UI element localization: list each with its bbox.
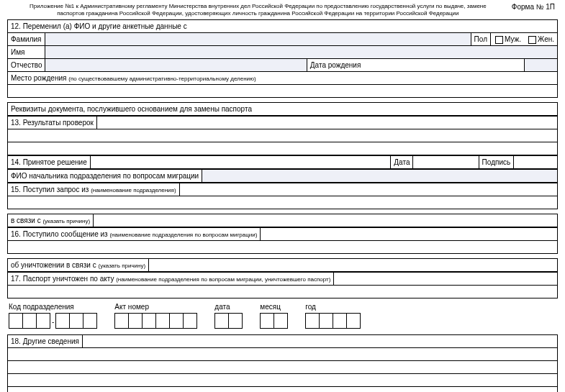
date-boxes[interactable]	[214, 313, 243, 329]
s13-title: 13. Результаты проверок	[8, 117, 97, 129]
section-18: 18. Другие сведения	[7, 334, 558, 392]
sex-female[interactable]: Жен.	[524, 33, 557, 46]
dept-code-group: Код подразделения -	[9, 303, 97, 329]
dob-label: Дата рождения	[307, 59, 524, 72]
section-15: 15. Поступил запрос из (наименование под…	[7, 183, 558, 209]
page-header: Приложение №1 к Административному реглам…	[7, 3, 558, 17]
month-label: месяц	[260, 303, 288, 311]
s18-extra4[interactable]	[8, 387, 558, 392]
s15-reason-label: в связи с (указать причину)	[8, 214, 94, 227]
section-17: 17. Паспорт уничтожен по акту (наименова…	[7, 272, 558, 298]
s15-field[interactable]	[179, 183, 557, 196]
birthplace-row[interactable]: Место рождения (по существовавшему админ…	[8, 72, 558, 85]
birthplace-extra[interactable]	[8, 85, 558, 98]
section-16: 16. Поступило сообщение из (наименование…	[7, 227, 558, 254]
s14-chief-label: ФИО начальника подразделения по вопросам…	[8, 170, 202, 183]
dept-code-label: Код подразделения	[9, 303, 97, 311]
s18-extra2[interactable]	[8, 361, 558, 374]
s16-destroy-field[interactable]	[149, 259, 558, 272]
dept-code-boxes-b[interactable]	[55, 313, 97, 329]
name-field[interactable]	[45, 46, 558, 59]
s16-field[interactable]	[261, 228, 558, 241]
s17-field[interactable]	[334, 273, 558, 286]
patronymic-field[interactable]	[45, 59, 307, 72]
sex-male[interactable]: Муж.	[490, 33, 524, 46]
s15-extra[interactable]	[8, 196, 558, 209]
act-number-group: Акт номер	[114, 303, 197, 329]
s14-date-field[interactable]	[413, 156, 479, 169]
s18-extra3[interactable]	[8, 374, 558, 387]
doc-req-label[interactable]: Реквизиты документа, послужившего основа…	[8, 103, 558, 116]
s18-title: 18. Другие сведения	[8, 335, 83, 348]
date-label: дата	[214, 303, 243, 311]
s12-title: 12. Переменил (а) ФИО и другие анкетные …	[8, 20, 558, 33]
s14-decision-field[interactable]	[90, 156, 391, 169]
dept-code-boxes-a[interactable]	[9, 313, 50, 329]
s14-sign-label: Подпись	[479, 156, 514, 169]
year-label: год	[305, 303, 361, 311]
s13-extra1[interactable]	[8, 129, 558, 142]
sex-label: Пол	[471, 33, 490, 46]
s16-destroy-label: об уничтожении в связи с (указать причин…	[8, 259, 149, 272]
section-14-chief: ФИО начальника подразделения по вопросам…	[7, 169, 558, 183]
surname-field[interactable]	[45, 33, 471, 46]
birthplace-label: Место рождения	[11, 74, 66, 82]
name-label: Имя	[8, 46, 45, 59]
s15-title: 15. Поступил запрос из (наименование под…	[8, 183, 180, 196]
code-boxes-row: Код подразделения - Акт номер дата месяц…	[7, 303, 558, 329]
month-boxes[interactable]	[260, 313, 288, 329]
act-number-boxes[interactable]	[114, 313, 197, 329]
doc-requisites: Реквизиты документа, послужившего основа…	[7, 102, 558, 116]
header-regulation-text: Приложение №1 к Административному реглам…	[10, 3, 506, 17]
month-group: месяц	[260, 303, 288, 329]
s15-reason-field[interactable]	[94, 214, 558, 227]
year-boxes[interactable]	[305, 313, 361, 329]
s14-date-label: Дата	[391, 156, 413, 169]
patronymic-label: Отчество	[8, 59, 45, 72]
date-group: дата	[214, 303, 243, 329]
surname-label: Фамилия	[8, 33, 45, 46]
s13-field[interactable]	[96, 117, 557, 129]
section-15-reason: в связи с (указать причину)	[7, 214, 558, 227]
s17-extra[interactable]	[8, 286, 558, 298]
act-number-label: Акт номер	[114, 303, 197, 311]
s14-sign-field[interactable]	[514, 156, 558, 169]
s14-title: 14. Принятое решение	[8, 156, 91, 169]
section-14: 14. Принятое решение Дата Подпись	[7, 155, 558, 169]
s14-chief-field[interactable]	[202, 170, 558, 183]
s16-title: 16. Поступило сообщение из (наименование…	[8, 228, 261, 241]
checkbox-female[interactable]	[528, 36, 536, 44]
year-group: год	[305, 303, 361, 329]
form-number: Форма № 1П	[506, 3, 555, 11]
birthplace-note: (по существовавшему административно-терр…	[68, 76, 256, 82]
s18-extra1[interactable]	[8, 348, 558, 361]
dob-field[interactable]	[524, 59, 557, 72]
s13-extra2[interactable]	[8, 142, 558, 155]
section-12: 12. Переменил (а) ФИО и другие анкетные …	[7, 19, 558, 98]
s18-field[interactable]	[82, 335, 557, 348]
section-13: 13. Результаты проверок	[7, 116, 558, 155]
section-16-destroy: об уничтожении в связи с (указать причин…	[7, 258, 558, 272]
checkbox-male[interactable]	[495, 36, 503, 44]
s17-title: 17. Паспорт уничтожен по акту (наименова…	[8, 273, 334, 286]
s16-extra[interactable]	[8, 241, 558, 254]
